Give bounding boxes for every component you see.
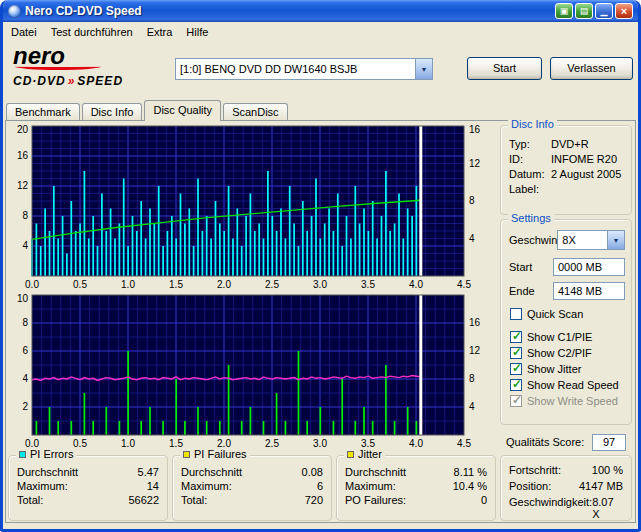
- checkbox-box[interactable]: [510, 331, 522, 343]
- svg-text:4: 4: [469, 401, 475, 412]
- svg-text:1.0: 1.0: [121, 438, 135, 449]
- disc-info-row-typ: Typ:DVD+R: [509, 138, 627, 150]
- panel-button[interactable]: ▣: [555, 3, 573, 19]
- title-bar: Nero CD-DVD Speed ▣▤▁×: [3, 0, 638, 22]
- stat-row-durchschnitt: Durchschnitt8.11 %: [337, 465, 495, 479]
- speed-row: Geschwin 8X ▼: [509, 230, 625, 250]
- drive-select[interactable]: [1:0] BENQ DVD DD DW1640 BSJB ▼: [175, 58, 433, 80]
- stat-row-total: Total:720: [173, 493, 331, 507]
- speed-label: Geschwin: [509, 234, 557, 246]
- nero-logo: nero CD·DVD»SPEED: [13, 45, 168, 88]
- app-icon: [8, 5, 21, 18]
- checkbox-box[interactable]: [510, 379, 522, 391]
- stat-box-pi-errors: PI ErrorsDurchschnitt5.47Maximum:14Total…: [8, 455, 168, 521]
- stat-row-po-failures: PO Failures:0: [337, 493, 495, 507]
- label: Label:: [509, 183, 551, 195]
- checkbox-show-read-speed[interactable]: Show Read Speed: [510, 379, 629, 391]
- svg-text:0.0: 0.0: [25, 279, 39, 290]
- progress-panel: Fortschritt:100 %Position:4147 MBGeschwi…: [500, 455, 632, 521]
- disc-info-row-datum: Datum:2 August 2005: [509, 168, 627, 180]
- svg-text:1.5: 1.5: [169, 279, 183, 290]
- stat-row-durchschnitt: Durchschnitt5.47: [9, 465, 167, 479]
- svg-text:2: 2: [22, 401, 28, 412]
- checkbox-show-jitter[interactable]: Show Jitter: [510, 363, 629, 375]
- logo-cddvd: CD·DVD: [13, 74, 66, 88]
- tab-disc-info[interactable]: Disc Info: [82, 103, 143, 120]
- menu-item-hilfe[interactable]: Hilfe: [179, 23, 215, 41]
- svg-text:4.0: 4.0: [409, 279, 423, 290]
- progress-rows: Fortschritt:100 %Position:4147 MBGeschwi…: [501, 462, 631, 522]
- stat-row-maximum: Maximum:10.4 %: [337, 479, 495, 493]
- checkbox-label: Show C1/PIE: [527, 331, 592, 343]
- chevron-down-icon[interactable]: ▼: [415, 59, 432, 79]
- svg-text:8: 8: [469, 195, 475, 206]
- label: Datum:: [509, 168, 551, 180]
- tab-scandisc[interactable]: ScanDisc: [223, 103, 287, 120]
- svg-text:4.5: 4.5: [457, 279, 471, 290]
- stat-row-maximum: Maximum:14: [9, 479, 167, 493]
- value: INFOME R20: [551, 153, 617, 165]
- stat-box-title: PI Failures: [180, 448, 250, 460]
- svg-text:12: 12: [469, 345, 481, 356]
- titlebar-buttons: ▣▤▁×: [555, 3, 633, 19]
- close-button[interactable]: ×: [615, 3, 633, 19]
- checkbox-label: Quick Scan: [527, 308, 583, 320]
- disc-quality-tab-page: 201612841612840.00.51.01.52.02.53.03.54.…: [5, 120, 636, 523]
- settings-checkboxes: Quick ScanShow C1/PIEShow C2/PIFShow Jit…: [510, 308, 629, 411]
- checkbox-box[interactable]: [510, 347, 522, 359]
- logo-accent-icon: »: [66, 74, 78, 88]
- pi-failures-jitter-chart: 1086421612840.00.51.01.52.02.53.03.54.04…: [8, 293, 500, 451]
- svg-text:8: 8: [22, 317, 28, 328]
- checkbox-show-write-speed[interactable]: Show Write Speed: [510, 395, 629, 407]
- settings-title: Settings: [508, 212, 554, 224]
- start-input[interactable]: 0000 MB: [553, 258, 625, 276]
- app-window: Nero CD-DVD Speed ▣▤▁× DateiTest durchfü…: [0, 0, 641, 532]
- checkbox-label: Show C2/PIF: [527, 347, 592, 359]
- stat-box-title: Jitter: [344, 448, 385, 460]
- quality-score-value: 97: [592, 434, 626, 451]
- svg-text:2.0: 2.0: [217, 279, 231, 290]
- checkbox-show-c1-pie[interactable]: Show C1/PIE: [510, 331, 629, 343]
- value: 2 August 2005: [551, 168, 621, 180]
- svg-text:12: 12: [17, 180, 29, 191]
- quality-score-panel: Qualitäts Score: 97: [500, 431, 632, 453]
- end-input[interactable]: 4148 MB: [553, 282, 625, 300]
- svg-text:8: 8: [22, 210, 28, 221]
- svg-text:2.5: 2.5: [265, 279, 279, 290]
- tab-benchmark[interactable]: Benchmark: [6, 103, 80, 120]
- speed-select[interactable]: 8X ▼: [557, 230, 625, 250]
- svg-text:0.5: 0.5: [73, 279, 87, 290]
- checkbox-box[interactable]: [510, 395, 522, 407]
- svg-text:8: 8: [469, 373, 475, 384]
- svg-text:12: 12: [469, 158, 481, 169]
- disk-button[interactable]: ▤: [575, 3, 593, 19]
- checkbox-box[interactable]: [510, 308, 522, 320]
- tab-bar: BenchmarkDisc InfoDisc QualityScanDisc: [6, 100, 290, 120]
- checkbox-label: Show Write Speed: [527, 395, 618, 407]
- disc-info-row-id: ID:INFOME R20: [509, 153, 627, 165]
- checkbox-label: Show Read Speed: [527, 379, 619, 391]
- svg-text:6: 6: [22, 345, 28, 356]
- menu-item-datei[interactable]: Datei: [4, 23, 44, 41]
- tab-disc-quality[interactable]: Disc Quality: [144, 100, 221, 121]
- progress-row-position: Position:4147 MB: [501, 478, 631, 494]
- checkbox-quick-scan[interactable]: Quick Scan: [510, 308, 629, 320]
- chevron-down-icon[interactable]: ▼: [607, 231, 624, 249]
- exit-button[interactable]: Verlassen: [550, 57, 633, 80]
- minimize-button[interactable]: ▁: [595, 3, 613, 19]
- disc-info-title: Disc Info: [508, 118, 557, 130]
- checkbox-box[interactable]: [510, 363, 522, 375]
- start-button[interactable]: Start: [467, 57, 542, 80]
- disc-info-panel: Disc Info Typ:DVD+RID:INFOME R20Datum:2 …: [500, 125, 632, 215]
- speed-select-value: 8X: [558, 234, 575, 246]
- checkbox-show-c2-pif[interactable]: Show C2/PIF: [510, 347, 629, 359]
- legend-marker-icon: [19, 451, 26, 458]
- menu-item-test-durchf-hren[interactable]: Test durchführen: [44, 23, 140, 41]
- logo-text-product: CD·DVD»SPEED: [13, 74, 168, 88]
- svg-text:1.0: 1.0: [121, 279, 135, 290]
- stat-row-durchschnitt: Durchschnitt0.08: [173, 465, 331, 479]
- menu-item-extra[interactable]: Extra: [140, 23, 180, 41]
- end-label: Ende: [509, 285, 535, 297]
- end-row: Ende 4148 MB: [509, 282, 625, 300]
- start-row: Start 0000 MB: [509, 258, 625, 276]
